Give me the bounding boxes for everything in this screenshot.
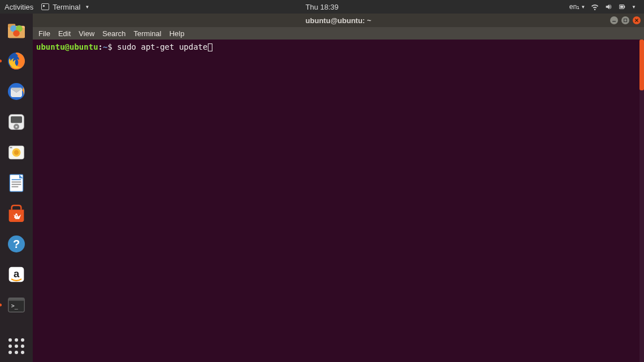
terminal-line: ubuntu@ubuntu:~$ sudo apt-get update: [36, 42, 641, 52]
appmenu-label: Terminal: [53, 3, 80, 11]
dock-app-shotwell[interactable]: [4, 140, 29, 165]
window-title: ubuntu@ubuntu: ~: [306, 16, 371, 25]
dock: A ? a >_: [0, 14, 33, 362]
appmenu-button[interactable]: Terminal ▼: [41, 3, 89, 11]
terminal-scrollbar[interactable]: [639, 40, 644, 362]
close-button[interactable]: [633, 16, 641, 24]
svg-rect-18: [10, 147, 12, 149]
svg-rect-1: [624, 6, 625, 8]
prompt-user-host: ubuntu@ubuntu: [36, 42, 98, 51]
menubar: File Edit View Search Terminal Help: [33, 27, 644, 40]
menu-file[interactable]: File: [38, 29, 50, 38]
svg-text:>_: >_: [11, 303, 19, 309]
dock-app-help[interactable]: ?: [4, 232, 29, 256]
minimize-button[interactable]: [610, 16, 618, 24]
terminal-icon: [41, 3, 49, 10]
svg-rect-21: [12, 182, 21, 183]
dock-app-firefox[interactable]: [4, 49, 29, 73]
terminal-command: sudo apt-get update: [112, 42, 208, 51]
svg-rect-20: [12, 179, 21, 180]
menu-help[interactable]: Help: [169, 29, 185, 38]
menu-edit[interactable]: Edit: [58, 29, 71, 38]
menu-terminal[interactable]: Terminal: [134, 29, 162, 38]
scrollbar-thumb[interactable]: [639, 40, 644, 90]
lang-label: en₁: [569, 3, 580, 11]
clock[interactable]: Thu 18:39: [306, 3, 339, 11]
svg-rect-23: [12, 186, 19, 187]
svg-point-8: [13, 30, 20, 37]
system-menu-chevron-icon[interactable]: ▼: [632, 5, 636, 10]
dock-app-libreoffice-writer[interactable]: [4, 171, 29, 195]
terminal-body[interactable]: ubuntu@ubuntu:~$ sudo apt-get update: [33, 40, 644, 362]
window-titlebar[interactable]: ubuntu@ubuntu: ~: [33, 14, 644, 27]
svg-rect-30: [8, 298, 24, 301]
prompt-symbol: $: [107, 42, 112, 51]
dock-app-terminal[interactable]: >_: [4, 293, 29, 317]
svg-rect-22: [12, 184, 21, 185]
terminal-window: ubuntu@ubuntu: ~ File Edit View Search T…: [33, 14, 644, 362]
dock-app-rhythmbox[interactable]: [4, 110, 29, 134]
battery-icon[interactable]: [618, 3, 626, 11]
activities-button[interactable]: Activities: [5, 3, 33, 11]
svg-rect-2: [620, 6, 623, 8]
svg-text:a: a: [14, 268, 20, 280]
svg-point-14: [15, 126, 17, 128]
input-source-indicator[interactable]: en₁ ▼: [569, 3, 585, 11]
terminal-cursor: [208, 43, 212, 51]
top-panel: Activities Terminal ▼ Thu 18:39 en₁ ▼ ▼: [0, 0, 644, 14]
dock-app-files[interactable]: [4, 18, 29, 43]
dock-app-ubuntu-software[interactable]: A: [4, 201, 29, 226]
dock-app-thunderbird[interactable]: [4, 79, 29, 104]
svg-text:?: ?: [13, 238, 20, 250]
svg-text:A: A: [14, 212, 19, 219]
svg-rect-12: [11, 116, 22, 123]
menu-view[interactable]: View: [79, 29, 94, 38]
network-icon[interactable]: [591, 3, 599, 11]
show-applications-button[interactable]: [8, 338, 24, 354]
dock-app-amazon[interactable]: a: [4, 262, 29, 287]
svg-point-17: [14, 150, 19, 155]
chevron-down-icon: ▼: [581, 5, 585, 10]
menu-search[interactable]: Search: [102, 29, 125, 38]
maximize-button[interactable]: [621, 16, 629, 24]
chevron-down-icon: ▼: [85, 5, 89, 10]
svg-rect-33: [624, 19, 627, 22]
volume-icon[interactable]: [604, 3, 612, 11]
prompt-colon: :: [98, 42, 103, 51]
svg-rect-32: [612, 21, 616, 22]
